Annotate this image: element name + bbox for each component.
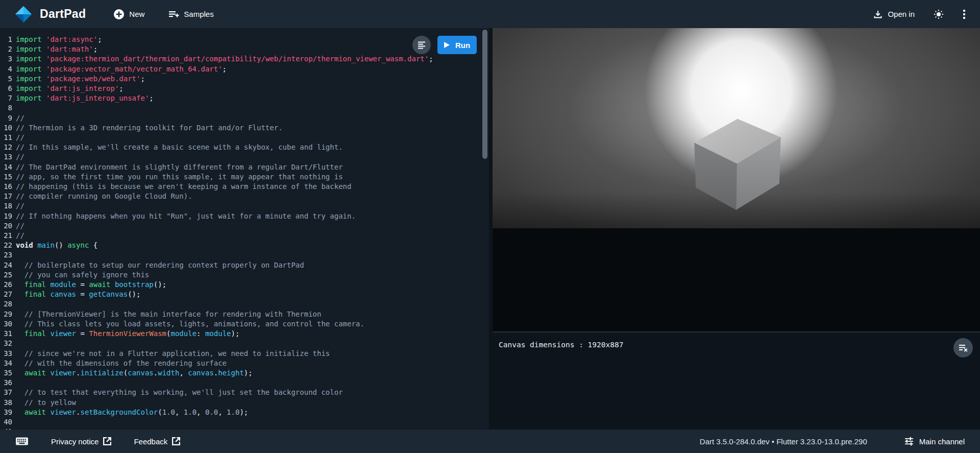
code-line[interactable]: 24 // boilerplate to setup our rendering…: [0, 260, 481, 270]
code-line[interactable]: 7import 'dart:js_interop_unsafe';: [0, 93, 481, 103]
code-line[interactable]: 3import 'package:thermion_dart/thermion_…: [0, 54, 481, 64]
theme-toggle-button[interactable]: [933, 9, 944, 20]
play-icon: [444, 42, 450, 48]
playlist-add-icon: [168, 9, 179, 20]
code-line[interactable]: 4import 'package:vector_math/vector_math…: [0, 64, 481, 74]
line-number: 12: [0, 142, 12, 152]
code-line[interactable]: 13//: [0, 152, 481, 162]
open-in-button[interactable]: Open in: [873, 9, 915, 19]
cube-3d: [688, 114, 788, 211]
format-align-icon: [417, 40, 426, 50]
code-line[interactable]: 27 final canvas = getCanvas();: [0, 290, 481, 299]
line-number: 40: [0, 417, 12, 427]
samples-button[interactable]: Samples: [168, 9, 213, 20]
line-number: 1: [0, 35, 12, 44]
code-line[interactable]: 18//: [0, 201, 481, 211]
feedback-link[interactable]: Feedback: [134, 437, 180, 446]
line-number: 6: [0, 84, 12, 93]
code-line[interactable]: 21//: [0, 231, 481, 241]
channel-label: Main channel: [919, 437, 965, 446]
line-number: 38: [0, 398, 12, 408]
line-number: 24: [0, 260, 12, 270]
code-line[interactable]: 31 final viewer = ThermionViewerWasm(mod…: [0, 329, 481, 339]
line-number: 33: [0, 349, 12, 359]
clear-console-button[interactable]: [953, 338, 973, 357]
console-panel[interactable]: Canvas dimensions : 980x453: [493, 331, 980, 430]
line-number: 16: [0, 182, 12, 192]
code-line[interactable]: 5import 'package:web/web.dart';: [0, 74, 481, 84]
code-line[interactable]: 41: [0, 427, 481, 430]
render-canvas[interactable]: [493, 28, 980, 228]
code-line[interactable]: 9//: [0, 113, 481, 123]
line-number: 17: [0, 192, 12, 201]
format-button[interactable]: [412, 36, 431, 54]
main-area: 1import 'dart:async';2import 'dart:math'…: [0, 28, 980, 430]
new-button[interactable]: New: [113, 9, 144, 20]
code-line[interactable]: 6import 'dart:js_interop';: [0, 84, 481, 93]
channel-selector[interactable]: Main channel: [904, 436, 965, 446]
code-line[interactable]: 15// app, so the first time you run this…: [0, 172, 481, 182]
code-line[interactable]: 29 // [ThermionViewer] is the main inter…: [0, 309, 481, 319]
code-line[interactable]: 23: [0, 250, 481, 260]
code-line[interactable]: 33 // since we're not in a Flutter appli…: [0, 349, 481, 359]
line-number: 2: [0, 44, 12, 54]
sdk-version-text: Dart 3.5.0-284.0.dev • Flutter 3.23.0-13…: [700, 437, 867, 446]
code-line[interactable]: 8: [0, 103, 481, 113]
line-number: 19: [0, 211, 12, 221]
code-line[interactable]: 19// If nothing happens when you hit "Ru…: [0, 211, 481, 221]
run-button-label: Run: [455, 41, 470, 50]
line-number: 25: [0, 270, 12, 280]
code-area[interactable]: 1import 'dart:async';2import 'dart:math'…: [0, 35, 481, 430]
code-line[interactable]: 2import 'dart:math';: [0, 44, 481, 54]
privacy-notice-link[interactable]: Privacy notice: [51, 437, 111, 446]
output-panel: Canvas dimensions : 980x453: [493, 28, 980, 430]
code-line[interactable]: 30 // This class lets you load assets, l…: [0, 319, 481, 329]
code-line[interactable]: 36: [0, 378, 481, 388]
line-number: 14: [0, 162, 12, 172]
download-icon: [873, 9, 883, 19]
line-number: 41: [0, 427, 12, 430]
code-line[interactable]: 1import 'dart:async';: [0, 35, 481, 44]
line-number: 7: [0, 93, 12, 103]
code-line[interactable]: 20//: [0, 221, 481, 231]
line-number: 31: [0, 329, 12, 339]
code-line[interactable]: 22void main() async {: [0, 241, 481, 250]
line-number: 13: [0, 152, 12, 162]
line-number: 8: [0, 103, 12, 113]
dartpad-logo-icon: [14, 5, 33, 23]
line-number: 20: [0, 221, 12, 231]
panel-splitter[interactable]: [489, 28, 493, 430]
line-number: 11: [0, 133, 12, 142]
line-number: 3: [0, 54, 12, 64]
run-button[interactable]: Run: [437, 36, 477, 54]
line-number: 36: [0, 378, 12, 388]
editor-scrollbar[interactable]: [482, 30, 487, 159]
code-line[interactable]: 32: [0, 339, 481, 348]
code-line[interactable]: 38 // to yellow: [0, 398, 481, 408]
clear-console-icon: [958, 343, 968, 353]
code-line[interactable]: 10// Thermion is a 3D rendering toolkit …: [0, 123, 481, 133]
code-line[interactable]: 35 await viewer.initialize(canvas.width,…: [0, 368, 481, 378]
code-line[interactable]: 12// In this sample, we'll create a basi…: [0, 142, 481, 152]
tune-icon: [904, 436, 914, 446]
code-line[interactable]: 28: [0, 299, 481, 309]
code-line[interactable]: 40: [0, 417, 481, 427]
code-line[interactable]: 34 // with the dimensions of the renderi…: [0, 359, 481, 368]
code-editor-panel[interactable]: 1import 'dart:async';2import 'dart:math'…: [0, 28, 489, 430]
line-number: 29: [0, 309, 12, 319]
code-line[interactable]: 37 // to test that everything is working…: [0, 388, 481, 397]
code-line[interactable]: 26 final module = await bootstrap();: [0, 280, 481, 290]
code-line[interactable]: 11//: [0, 133, 481, 142]
line-number: 10: [0, 123, 12, 133]
keyboard-shortcuts-button[interactable]: [15, 437, 29, 446]
feedback-label: Feedback: [134, 437, 167, 446]
samples-button-label: Samples: [184, 10, 213, 18]
code-line[interactable]: 17// compiler running on Google Cloud Ru…: [0, 192, 481, 201]
code-line[interactable]: 39 await viewer.setBackgroundColor(1.0, …: [0, 408, 481, 417]
code-line[interactable]: 16// happening (this is because we aren'…: [0, 182, 481, 192]
overflow-menu-button[interactable]: [963, 9, 966, 20]
code-line[interactable]: 14// The DartPad environment is slightly…: [0, 162, 481, 172]
line-number: 9: [0, 113, 12, 123]
code-line[interactable]: 25 // you can safely ignore this: [0, 270, 481, 280]
line-number: 28: [0, 299, 12, 309]
